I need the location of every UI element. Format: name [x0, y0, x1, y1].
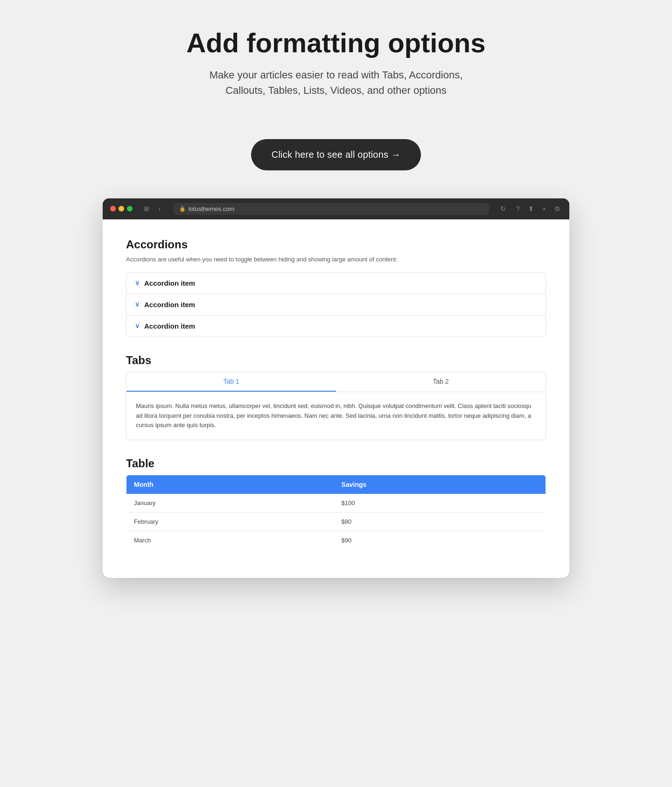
cta-button[interactable]: Click here to see all options →	[251, 139, 421, 170]
traffic-light-yellow[interactable]	[119, 206, 124, 211]
browser-toolbar: ⊞ ‹ 🔒 lotusthemes.com ↻ ? ⬆ + ⧉	[103, 198, 569, 219]
table-row-march: March $90	[126, 531, 546, 550]
url-text: lotusthemes.com	[189, 205, 234, 212]
table-header-row: Month Savings	[126, 475, 546, 494]
browser-mockup: ⊞ ‹ 🔒 lotusthemes.com ↻ ? ⬆ + ⧉ Accordio…	[103, 198, 569, 578]
chevron-down-icon-1: ∨	[135, 279, 140, 287]
refresh-icon[interactable]: ↻	[498, 204, 508, 213]
cell-month-2: February	[126, 513, 334, 531]
tab-2-label: Tab 2	[433, 378, 448, 385]
accordion-label-2: Accordion item	[144, 301, 195, 309]
tab1-content-text: Mauris ipsum. Nulla metus metus, ullamco…	[136, 402, 532, 429]
traffic-lights	[110, 206, 133, 211]
subtitle-line2: Callouts, Tables, Lists, Videos, and oth…	[225, 84, 447, 96]
accordions-title: Accordions	[126, 238, 546, 251]
accordions-description: Accordions are useful when you need to t…	[126, 256, 546, 263]
table-row-february: February $80	[126, 513, 546, 531]
chevron-down-icon-3: ∨	[135, 322, 140, 330]
tabs-title: Tabs	[126, 354, 546, 367]
page-wrapper: Add formatting options Make your article…	[103, 28, 569, 578]
lock-icon: 🔒	[179, 206, 186, 212]
traffic-light-green[interactable]	[127, 206, 133, 211]
browser-content: Accordions Accordions are useful when yo…	[103, 219, 569, 578]
address-bar[interactable]: 🔒 lotusthemes.com	[174, 203, 489, 215]
table-title: Table	[126, 457, 546, 470]
copy-icon[interactable]: ⧉	[553, 204, 562, 213]
tab-content: Mauris ipsum. Nulla metus metus, ullamco…	[126, 392, 546, 440]
table-section: Table Month Savings January $100	[126, 457, 546, 550]
toolbar-right-icons: ? ⬆ + ⧉	[513, 204, 562, 213]
cell-month-3: March	[126, 531, 334, 550]
accordion-label-1: Accordion item	[144, 279, 195, 287]
accordion-container: ∨ Accordion item ∨ Accordion item ∨ Acco…	[126, 272, 546, 337]
chevron-down-icon-2: ∨	[135, 301, 140, 308]
accordion-item-1[interactable]: ∨ Accordion item	[126, 273, 546, 294]
accordion-item-2[interactable]: ∨ Accordion item	[126, 294, 546, 316]
traffic-light-red[interactable]	[110, 206, 116, 211]
help-icon[interactable]: ?	[513, 204, 523, 213]
share-icon[interactable]: ⬆	[526, 204, 536, 213]
header-section: Add formatting options Make your article…	[186, 28, 485, 98]
data-table: Month Savings January $100 February $80	[126, 475, 546, 550]
cell-savings-2: $80	[334, 513, 546, 531]
tab-2[interactable]: Tab 2	[336, 372, 546, 392]
tab-1[interactable]: Tab 1	[126, 372, 336, 392]
tabs-header: Tab 1 Tab 2	[126, 372, 546, 392]
cell-month-1: January	[126, 494, 334, 513]
accordion-label-3: Accordion item	[144, 322, 195, 330]
table-row-january: January $100	[126, 494, 546, 513]
back-icon[interactable]: ‹	[155, 204, 164, 213]
subtitle-line1: Make your articles easier to read with T…	[210, 69, 463, 81]
page-title: Add formatting options	[186, 28, 485, 58]
cell-savings-1: $100	[334, 494, 546, 513]
col-header-savings: Savings	[334, 475, 546, 494]
col-header-month: Month	[126, 475, 334, 494]
cell-savings-3: $90	[334, 531, 546, 550]
cta-label: Click here to see all options →	[272, 149, 400, 160]
accordions-section: Accordions Accordions are useful when yo…	[126, 238, 546, 337]
sidebar-toggle-icon[interactable]: ⊞	[142, 204, 151, 213]
tab-1-label: Tab 1	[223, 378, 239, 385]
tabs-section: Tabs Tab 1 Tab 2 Mauris ipsum. Nulla met…	[126, 354, 546, 440]
accordion-item-3[interactable]: ∨ Accordion item	[126, 316, 546, 337]
subtitle: Make your articles easier to read with T…	[196, 67, 476, 98]
toolbar-left-icons: ⊞ ‹	[142, 204, 164, 213]
tabs-container: Tab 1 Tab 2 Mauris ipsum. Nulla metus me…	[126, 372, 546, 440]
new-tab-icon[interactable]: +	[539, 204, 549, 213]
